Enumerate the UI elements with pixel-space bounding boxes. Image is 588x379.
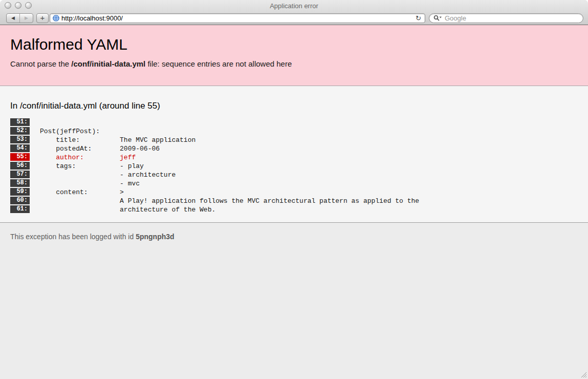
code-line: 56: tags: - play: [10, 161, 578, 170]
search-icon[interactable]: [433, 15, 442, 22]
minimize-button[interactable]: [15, 2, 21, 9]
line-number-badge: 59:: [10, 188, 30, 196]
code-text: - architecture: [40, 171, 176, 179]
code-text: tags: - play: [40, 162, 144, 171]
plus-icon: +: [40, 13, 45, 22]
search-field[interactable]: [429, 13, 583, 23]
zoom-button[interactable]: [25, 2, 32, 9]
code-text: title: The MVC application: [40, 136, 195, 144]
error-title: Malformed YAML: [0, 25, 588, 53]
line-number-badge: 53:: [10, 136, 30, 143]
title-bar[interactable]: Application error: [0, 0, 588, 11]
line-number-badge: 56:: [10, 162, 30, 170]
nav-button-group: ◀ ▶: [6, 13, 33, 23]
error-message-prefix: Cannot parse the: [10, 59, 71, 68]
close-button[interactable]: [5, 2, 11, 9]
resize-grip[interactable]: [579, 370, 587, 378]
code-line: 57: - architecture: [10, 170, 578, 179]
code-block: 51:52:Post(jeffPost):53: title: The MVC …: [10, 118, 578, 214]
code-line: 60: A Play! application follows the MVC …: [10, 196, 578, 205]
code-line: 58: - mvc: [10, 179, 578, 187]
log-id: 5pngnph3d: [136, 233, 174, 241]
line-number-badge: 51:: [10, 118, 30, 126]
line-number-badge: 52:: [10, 127, 30, 135]
code-line: 55: author: jeff: [10, 153, 578, 161]
back-icon: ◀: [11, 15, 15, 20]
code-text: - mvc: [40, 179, 140, 188]
line-number-badge: 55:: [10, 153, 30, 161]
url-input[interactable]: [59, 14, 415, 22]
code-text: content: >: [40, 188, 124, 197]
line-number-badge: 57:: [10, 171, 30, 178]
line-number-badge: 58:: [10, 179, 30, 187]
back-button[interactable]: ◀: [7, 14, 20, 23]
address-bar[interactable]: ↻: [50, 13, 425, 23]
code-text: author: jeff: [40, 153, 136, 162]
exception-log-note: This exception has been logged with id 5…: [0, 223, 588, 241]
line-number-badge: 61:: [10, 205, 30, 213]
code-line: 59: content: >: [10, 187, 578, 196]
code-line: 53: title: The MVC application: [10, 135, 578, 144]
error-message-suffix: file: sequence entries are not allowed h…: [145, 59, 292, 68]
forward-button[interactable]: ▶: [20, 14, 33, 23]
source-heading: In /conf/initial-data.yml (around line 5…: [0, 86, 588, 111]
traffic-lights: [5, 2, 32, 9]
source-section: In /conf/initial-data.yml (around line 5…: [0, 86, 588, 223]
browser-chrome: Application error ◀ ▶ + ↻: [0, 0, 588, 25]
code-line: 52:Post(jeffPost):: [10, 127, 578, 135]
line-number-badge: 54:: [10, 144, 30, 152]
browser-window: Application error ◀ ▶ + ↻: [0, 0, 588, 379]
code-line: 51:: [10, 118, 578, 127]
reload-button[interactable]: ↻: [415, 14, 422, 22]
code-line: 61: architecture of the Web.: [10, 205, 578, 214]
error-banner: Malformed YAML Cannot parse the /conf/in…: [0, 25, 588, 86]
window-title: Application error: [0, 0, 588, 12]
globe-favicon-icon: [53, 15, 59, 22]
new-tab-button[interactable]: +: [36, 13, 49, 23]
error-message: Cannot parse the /conf/initial-data.yml …: [10, 59, 578, 68]
code-text: postedAt: 2009-06-06: [40, 144, 160, 153]
log-note-prefix: This exception has been logged with id: [10, 233, 136, 241]
search-input[interactable]: [442, 14, 579, 22]
code-text: A Play! application follows the MVC arch…: [40, 197, 419, 205]
line-number-badge: 60:: [10, 197, 30, 204]
forward-icon: ▶: [25, 15, 28, 20]
footer-section: This exception has been logged with id 5…: [0, 223, 588, 379]
error-file-path: /conf/initial-data.yml: [71, 59, 145, 68]
code-text: architecture of the Web.: [40, 205, 215, 214]
code-text: Post(jeffPost):: [40, 127, 100, 136]
code-line: 54: postedAt: 2009-06-06: [10, 144, 578, 153]
